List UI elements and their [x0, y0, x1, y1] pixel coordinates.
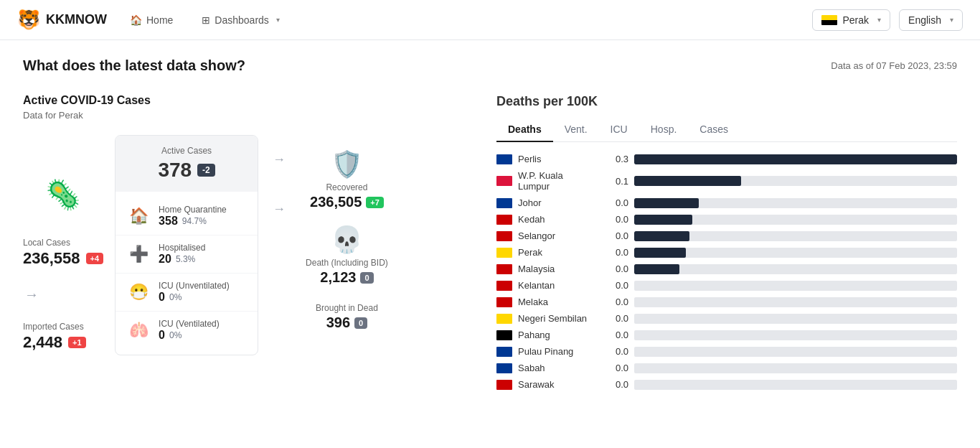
bar-value: 0.0 — [603, 379, 628, 390]
bar-row: Johor0.0 — [496, 197, 957, 208]
state-selector[interactable]: Perak ▾ — [812, 9, 891, 31]
home-link[interactable]: 🏠 Home — [124, 11, 179, 29]
tab-cases[interactable]: Cases — [688, 118, 740, 142]
bar-state-name: Johor — [518, 197, 597, 208]
icu-unvent-row: 😷 ICU (Unventilated) 0 0% — [116, 274, 258, 312]
brand: 🐯 KKMNOW — [17, 9, 107, 31]
bar-fill — [634, 176, 741, 186]
death-number: 2,123 — [320, 269, 356, 286]
bar-fill — [634, 154, 957, 164]
active-cases-value: 378 -2 — [130, 159, 243, 182]
state-chevron-icon: ▾ — [877, 16, 881, 24]
bar-value: 0.0 — [603, 363, 628, 373]
recovered-block: 🛡️ Recovered 236,505 +7 — [306, 149, 388, 210]
active-cases-badge: -2 — [197, 164, 215, 177]
icu-vent-row: 🫁 ICU (Ventilated) 0 0% — [116, 312, 258, 349]
data-timestamp: Data as of 07 Feb 2023, 23:59 — [831, 60, 957, 71]
tab-deaths[interactable]: Deaths — [496, 118, 553, 142]
imported-cases-value: 2,448 +1 — [23, 333, 103, 352]
recovered-label: Recovered — [306, 182, 388, 192]
bar-state-name: Perlis — [518, 154, 597, 164]
icu-unvent-label: ICU (Unventilated) — [159, 281, 246, 291]
bar-fill — [634, 231, 689, 241]
icu-vent-pct: 0% — [169, 330, 182, 340]
bar-state-name: Kelantan — [518, 280, 597, 291]
icu-vent-number: 0 — [159, 329, 165, 342]
bar-flag — [496, 347, 512, 357]
bar-flag — [496, 281, 512, 291]
bar-track — [634, 363, 957, 373]
home-label: Home — [146, 14, 173, 26]
death-icon: 💀 — [306, 225, 388, 255]
imported-cases-badge: +1 — [68, 337, 86, 348]
home-quarantine-row: 🏠 Home Quarantine 358 94.7% — [116, 197, 258, 235]
bar-state-name: Negeri Sembilan — [518, 313, 597, 324]
bar-flag — [496, 330, 512, 340]
bar-fill — [634, 215, 692, 225]
stats-container: 🦠 Local Cases 236,558 +4 → Imported Case… — [23, 135, 468, 355]
bar-state-name: Malaysia — [518, 263, 597, 274]
dashboards-link[interactable]: ⊞ Dashboards ▾ — [196, 11, 286, 29]
tab-icu[interactable]: ICU — [599, 118, 639, 142]
bar-value: 0.3 — [603, 154, 628, 164]
state-label: Perak — [843, 14, 870, 26]
bar-track — [634, 154, 957, 164]
bar-value: 0.0 — [603, 214, 628, 225]
active-cases-header: Active Cases 378 -2 — [116, 136, 258, 192]
bar-fill — [634, 198, 699, 208]
home-icon: 🏠 — [130, 14, 142, 26]
deaths-tabs: DeathsVent.ICUHosp.Cases — [496, 118, 957, 142]
icu-vent-value: 0 0% — [159, 329, 246, 342]
bar-track — [634, 231, 957, 241]
icu-unvent-info: ICU (Unventilated) 0 0% — [159, 281, 246, 304]
bar-flag — [496, 314, 512, 324]
home-quarantine-value: 358 94.7% — [159, 215, 246, 228]
bar-flag — [496, 176, 512, 186]
arrow-right-btn-bottom[interactable]: → — [270, 199, 288, 220]
language-selector[interactable]: English ▾ — [899, 9, 963, 31]
bar-track — [634, 281, 957, 291]
bar-flag — [496, 215, 512, 225]
bar-row: Selangor0.0 — [496, 230, 957, 241]
local-cases-badge: +4 — [86, 253, 104, 264]
right-stats: 🛡️ Recovered 236,505 +7 💀 Death (Includi… — [300, 135, 388, 331]
bar-flag — [496, 380, 512, 390]
local-cases-arrow-btn[interactable]: → — [23, 285, 103, 304]
death-value: 2,123 0 — [306, 269, 388, 286]
content-row: Active COVID-19 Cases Data for Perak 🦠 L… — [23, 94, 957, 396]
bar-flag — [496, 248, 512, 258]
imported-cases-block: Imported Cases 2,448 +1 — [23, 322, 103, 352]
icu-unvent-value: 0 0% — [159, 291, 246, 304]
covid-section-title: Active COVID-19 Cases — [23, 94, 468, 107]
data-for-label: Data for Perak — [23, 110, 468, 121]
recovered-icon: 🛡️ — [306, 149, 388, 179]
bar-state-name: Pahang — [518, 330, 597, 340]
recovered-number: 236,505 — [310, 194, 362, 210]
imported-cases-label: Imported Cases — [23, 322, 103, 332]
bar-row: Melaka0.0 — [496, 297, 957, 307]
dashboards-chevron-icon: ▾ — [276, 16, 280, 24]
navbar-right: Perak ▾ English ▾ — [812, 9, 963, 31]
brought-dead-label: Brought in Dead — [306, 303, 388, 313]
tab-hosp[interactable]: Hosp. — [639, 118, 689, 142]
navbar: 🐯 KKMNOW 🏠 Home ⊞ Dashboards ▾ Perak ▾ E… — [0, 0, 980, 40]
hospitalised-pct: 5.3% — [176, 254, 195, 264]
home-quarantine-icon: 🏠 — [127, 207, 150, 225]
home-quarantine-number: 358 — [159, 215, 178, 228]
home-quarantine-info: Home Quarantine 358 94.7% — [159, 205, 246, 228]
bar-value: 0.0 — [603, 247, 628, 258]
tab-vent[interactable]: Vent. — [553, 118, 599, 142]
bar-row: Malaysia0.0 — [496, 263, 957, 274]
icu-vent-icon: 🫁 — [127, 321, 150, 340]
bar-fill — [634, 248, 686, 258]
arrow-right-btn-top[interactable]: → — [270, 149, 288, 170]
bar-fill — [634, 264, 679, 274]
bar-row: W.P. Kuala Lumpur0.1 — [496, 170, 957, 192]
bar-state-name: Perak — [518, 247, 597, 258]
icu-vent-label: ICU (Ventilated) — [159, 319, 246, 329]
bar-row: Kelantan0.0 — [496, 280, 957, 291]
bar-state-name: W.P. Kuala Lumpur — [518, 170, 597, 192]
bar-track — [634, 198, 957, 208]
bar-flag — [496, 154, 512, 164]
local-imported-stats: 🦠 Local Cases 236,558 +4 → Imported Case… — [23, 135, 103, 352]
